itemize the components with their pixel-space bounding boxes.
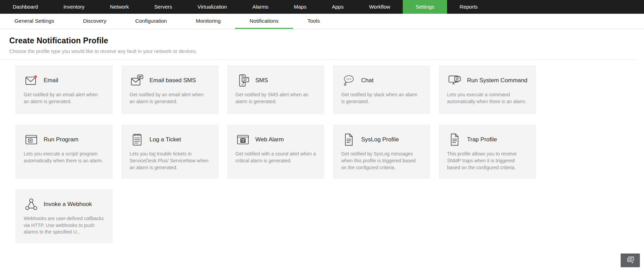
chat-icon bbox=[341, 74, 356, 87]
card-chat[interactable]: Chat Get notified by slack when an alarm… bbox=[333, 65, 430, 114]
feedback-button[interactable] bbox=[621, 253, 640, 267]
tab-notifications[interactable]: Notifications bbox=[235, 14, 293, 29]
card-sms[interactable]: SMS Get notified by SMS alert when an al… bbox=[227, 65, 324, 114]
page-title: Create Notification Profile bbox=[9, 36, 628, 45]
settings-sub-navigation: General Settings Discovery Configuration… bbox=[0, 14, 644, 29]
card-description: Lets you log trouble tickets in ServiceD… bbox=[130, 151, 210, 171]
webhook-icon bbox=[24, 197, 39, 211]
card-email-based-sms[interactable]: Email based SMS Get notified by an email… bbox=[121, 65, 219, 114]
tab-general-settings[interactable]: General Settings bbox=[0, 14, 68, 29]
card-description: Get notified by SysLog messages when thi… bbox=[341, 151, 422, 171]
card-run-system-command[interactable]: Run System Command Lets you execute a co… bbox=[439, 65, 536, 114]
page-header: Create Notification Profile Choose the p… bbox=[0, 29, 638, 60]
email-icon bbox=[24, 74, 39, 87]
nav-maps[interactable]: Maps bbox=[281, 0, 319, 14]
nav-apps[interactable]: Apps bbox=[319, 0, 356, 14]
card-title: Chat bbox=[361, 77, 374, 84]
tab-discovery[interactable]: Discovery bbox=[68, 14, 121, 29]
card-description: Lets you execute a script/ program autom… bbox=[24, 151, 104, 164]
nav-workflow[interactable]: Workflow bbox=[356, 0, 403, 14]
card-title: Log a Ticket bbox=[149, 136, 181, 143]
card-description: Get notified by slack when an alarm is g… bbox=[341, 91, 422, 105]
card-title: Web Alarm bbox=[255, 136, 284, 143]
card-title: Email bbox=[44, 77, 58, 84]
log-ticket-icon bbox=[130, 133, 145, 147]
card-title: SysLog Profile bbox=[361, 136, 399, 143]
chat-feedback-icon bbox=[624, 255, 636, 266]
card-web-alarm[interactable]: Web Alarm Get notified with a sound aler… bbox=[227, 125, 324, 179]
nav-inventory[interactable]: Inventory bbox=[51, 0, 97, 14]
page-subtitle: Choose the profile type you would like t… bbox=[9, 48, 628, 54]
card-title: Trap Profile bbox=[467, 136, 497, 143]
tab-monitoring[interactable]: Monitoring bbox=[181, 14, 235, 29]
card-title: Invoke a Webhook bbox=[44, 201, 92, 208]
card-title: SMS bbox=[255, 77, 268, 84]
card-description: Get notified with a sound alert when a c… bbox=[235, 151, 316, 164]
card-description: Get notified by an email alert when an a… bbox=[24, 91, 104, 105]
sms-icon bbox=[235, 74, 251, 87]
card-syslog-profile[interactable]: SysLog Profile Get notified by SysLog me… bbox=[333, 125, 430, 179]
card-title: Run Program bbox=[44, 136, 78, 143]
nav-servers[interactable]: Servers bbox=[142, 0, 185, 14]
run-program-icon bbox=[24, 133, 39, 147]
web-alarm-icon bbox=[235, 133, 251, 147]
run-system-command-icon bbox=[447, 74, 462, 87]
card-description: This profile allows you to receive SNMP … bbox=[447, 151, 528, 171]
card-description: Webhooks are user-defined callbacks via … bbox=[24, 215, 104, 236]
email-sms-icon bbox=[130, 74, 145, 87]
notification-profile-grid: Email Get notified by an email alert whe… bbox=[15, 65, 644, 243]
nav-reports[interactable]: Reports bbox=[447, 0, 491, 14]
nav-dashboard[interactable]: Dashboard bbox=[0, 0, 51, 14]
nav-network[interactable]: Network bbox=[97, 0, 142, 14]
nav-settings[interactable]: Settings bbox=[403, 0, 447, 14]
card-description: Get notified by SMS alert when an alarm … bbox=[235, 91, 316, 105]
card-email[interactable]: Email Get notified by an email alert whe… bbox=[15, 65, 113, 114]
card-description: Get notified by an email alert when an a… bbox=[130, 91, 210, 105]
tab-tools[interactable]: Tools bbox=[293, 14, 334, 29]
top-navigation: Dashboard Inventory Network Servers Virt… bbox=[0, 0, 644, 14]
trap-icon bbox=[447, 133, 462, 147]
card-title: Run System Command bbox=[467, 77, 528, 84]
nav-alarms[interactable]: Alarms bbox=[240, 0, 281, 14]
card-description: Lets you execute a command automatically… bbox=[447, 91, 528, 105]
card-log-a-ticket[interactable]: Log a Ticket Lets you log trouble ticket… bbox=[121, 125, 219, 179]
nav-virtualization[interactable]: Virtualization bbox=[185, 0, 240, 14]
tab-configuration[interactable]: Configuration bbox=[121, 14, 181, 29]
card-title: Email based SMS bbox=[149, 77, 196, 84]
card-trap-profile[interactable]: Trap Profile This profile allows you to … bbox=[439, 125, 536, 179]
card-run-program[interactable]: Run Program Lets you execute a script/ p… bbox=[15, 125, 113, 179]
syslog-icon bbox=[341, 133, 356, 147]
card-invoke-a-webhook[interactable]: Invoke a Webhook Webhooks are user-defin… bbox=[15, 189, 113, 244]
